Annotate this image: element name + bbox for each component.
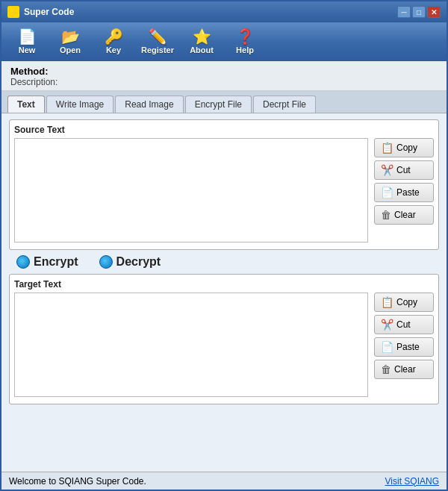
source-panel-row: 📋 Copy ✂️ Cut 📄 Paste 🗑 bbox=[14, 138, 434, 245]
source-cut-label: Cut bbox=[396, 165, 411, 175]
statusbar-message: Welcome to SQIANG Super Code. bbox=[9, 476, 146, 487]
copy-icon: 📋 bbox=[381, 142, 393, 154]
open-icon: 📂 bbox=[61, 29, 80, 44]
source-paste-label: Paste bbox=[396, 187, 420, 198]
minimize-button[interactable]: ─ bbox=[397, 6, 411, 18]
toolbar-open-label: Open bbox=[60, 46, 81, 54]
target-copy-label: Copy bbox=[396, 297, 417, 307]
toolbar-register-button[interactable]: ✏️ Register bbox=[136, 25, 179, 58]
toolbar-new-label: New bbox=[19, 46, 36, 54]
new-icon: 📄 bbox=[18, 29, 37, 44]
target-paste-label: Paste bbox=[396, 342, 420, 352]
decrypt-circle-icon bbox=[99, 255, 113, 269]
target-paste-button[interactable]: 📄 Paste bbox=[374, 337, 434, 357]
target-textarea[interactable] bbox=[14, 293, 368, 397]
about-icon: ⭐ bbox=[193, 29, 211, 44]
source-textarea[interactable] bbox=[14, 138, 368, 243]
description-label: Description: bbox=[10, 77, 438, 87]
tab-encrypt-file[interactable]: Encrypt File bbox=[185, 96, 252, 113]
close-button[interactable]: ✕ bbox=[427, 6, 441, 18]
toolbar-open-button[interactable]: 📂 Open bbox=[49, 25, 91, 58]
paste-icon: 📄 bbox=[381, 187, 393, 198]
target-panel-row: 📋 Copy ✂️ Cut 📄 Paste 🗑 bbox=[14, 293, 434, 399]
source-textarea-wrap bbox=[14, 138, 368, 245]
clear-icon-1: 🗑 bbox=[381, 209, 391, 221]
encrypt-button[interactable]: Encrypt bbox=[12, 253, 83, 271]
target-cut-button[interactable]: ✂️ Cut bbox=[374, 315, 434, 334]
toolbar-help-button[interactable]: ❓ Help bbox=[224, 25, 266, 58]
target-copy-button[interactable]: 📋 Copy bbox=[374, 293, 434, 312]
statusbar: Welcome to SQIANG Super Code. Visit SQIA… bbox=[1, 472, 447, 490]
method-label: Method: bbox=[10, 66, 438, 77]
target-text-panel: Target Text 📋 Copy ✂️ Cut bbox=[9, 274, 439, 404]
target-copy-icon: 📋 bbox=[381, 296, 393, 308]
source-copy-button[interactable]: 📋 Copy bbox=[374, 138, 434, 157]
titlebar: ⚡ Super Code ─ □ ✕ bbox=[1, 1, 447, 22]
cut-icon: ✂️ bbox=[381, 164, 393, 176]
target-clear-button[interactable]: 🗑 Clear bbox=[374, 360, 434, 379]
toolbar-register-label: Register bbox=[141, 46, 174, 54]
target-paste-icon: 📄 bbox=[381, 341, 393, 353]
window-controls: ─ □ ✕ bbox=[397, 6, 441, 18]
source-clear-label: Clear bbox=[394, 210, 416, 220]
tab-content: Source Text 📋 Copy ✂️ Cut bbox=[1, 113, 447, 472]
app-icon: ⚡ bbox=[7, 6, 19, 18]
maximize-button[interactable]: □ bbox=[412, 6, 426, 18]
tab-decrpt-file[interactable]: Decrpt File bbox=[253, 96, 316, 113]
toolbar-key-button[interactable]: 🔑 Key bbox=[93, 25, 134, 58]
target-cut-icon: ✂️ bbox=[381, 319, 393, 331]
toolbar-help-label: Help bbox=[236, 46, 254, 54]
toolbar-key-label: Key bbox=[106, 46, 121, 54]
source-clear-button[interactable]: 🗑 Clear bbox=[374, 205, 434, 225]
decrypt-label: Decrypt bbox=[116, 255, 161, 269]
register-icon: ✏️ bbox=[149, 29, 167, 44]
tab-read-image[interactable]: Read Image bbox=[115, 96, 183, 113]
source-side-buttons: 📋 Copy ✂️ Cut 📄 Paste 🗑 bbox=[374, 138, 434, 245]
toolbar: 📄 New 📂 Open 🔑 Key ✏️ Register ⭐ About ❓… bbox=[1, 22, 447, 61]
tab-bar: Text Write Image Read Image Encrypt File… bbox=[1, 91, 447, 113]
app-window: ⚡ Super Code ─ □ ✕ 📄 New 📂 Open 🔑 Key ✏️… bbox=[0, 0, 448, 491]
decrypt-button[interactable]: Decrypt bbox=[95, 253, 166, 271]
target-cut-label: Cut bbox=[396, 319, 411, 330]
tab-text[interactable]: Text bbox=[7, 96, 45, 113]
infobar: Method: Description: bbox=[1, 61, 447, 91]
target-textarea-wrap bbox=[14, 293, 368, 399]
toolbar-new-button[interactable]: 📄 New bbox=[6, 25, 48, 58]
encrypt-decrypt-row: Encrypt Decrypt bbox=[9, 250, 439, 274]
source-paste-button[interactable]: 📄 Paste bbox=[374, 183, 434, 202]
help-icon: ❓ bbox=[236, 29, 255, 44]
statusbar-link[interactable]: Visit SQIANG bbox=[385, 476, 439, 487]
target-text-title: Target Text bbox=[14, 279, 434, 290]
encrypt-label: Encrypt bbox=[34, 255, 78, 269]
source-cut-button[interactable]: ✂️ Cut bbox=[374, 160, 434, 180]
target-side-buttons: 📋 Copy ✂️ Cut 📄 Paste 🗑 bbox=[374, 293, 434, 399]
tab-write-image[interactable]: Write Image bbox=[46, 96, 113, 113]
window-title: Super Code bbox=[24, 7, 397, 17]
body-area: Text Write Image Read Image Encrypt File… bbox=[1, 91, 447, 472]
toolbar-about-button[interactable]: ⭐ About bbox=[181, 25, 223, 58]
source-text-panel: Source Text 📋 Copy ✂️ Cut bbox=[9, 119, 439, 250]
toolbar-about-label: About bbox=[190, 46, 214, 54]
encrypt-circle-icon bbox=[16, 255, 30, 269]
source-copy-label: Copy bbox=[396, 143, 417, 153]
key-icon: 🔑 bbox=[105, 29, 123, 44]
clear-icon-2: 🗑 bbox=[381, 363, 391, 375]
target-clear-label: Clear bbox=[394, 364, 416, 375]
source-text-title: Source Text bbox=[14, 125, 434, 135]
